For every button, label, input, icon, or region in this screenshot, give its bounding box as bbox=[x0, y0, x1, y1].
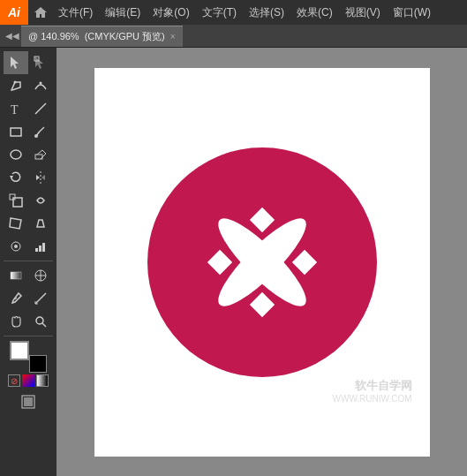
tab-collapse-button[interactable]: ◀◀ bbox=[4, 27, 21, 45]
menu-select[interactable]: 选择(S) bbox=[244, 0, 290, 25]
canvas: 软牛自学网 WWW.RUNIW.COM bbox=[94, 68, 430, 457]
type-tool[interactable]: T bbox=[4, 97, 28, 120]
svg-rect-21 bbox=[35, 248, 38, 252]
fill-swatch[interactable] bbox=[10, 341, 29, 360]
menu-file[interactable]: 文件(F) bbox=[53, 0, 98, 25]
watermark: 软牛自学网 WWW.RUNIW.COM bbox=[333, 378, 412, 404]
tab-close-button[interactable]: × bbox=[170, 32, 176, 42]
menu-bar: 文件(F) 编辑(E) 对象(O) 文字(T) 选择(S) 效果(C) 视图(V… bbox=[53, 0, 467, 25]
title-bar: Ai 文件(F) 编辑(E) 对象(O) 文字(T) 选择(S) 效果(C) 视… bbox=[0, 0, 467, 25]
svg-rect-35 bbox=[24, 397, 33, 406]
svg-line-6 bbox=[35, 103, 46, 114]
tab-mode: (CMYK/GPU 预览) bbox=[85, 30, 165, 43]
toolbar: T bbox=[0, 48, 56, 476]
pen-tool[interactable] bbox=[4, 74, 28, 97]
svg-rect-39 bbox=[249, 291, 274, 316]
change-screen-mode[interactable] bbox=[16, 390, 41, 413]
tab-bar: ◀◀ @ 140.96% (CMYK/GPU 预览) × bbox=[0, 25, 467, 48]
canvas-area[interactable]: 软牛自学网 WWW.RUNIW.COM bbox=[56, 48, 467, 476]
gradient-tool[interactable] bbox=[4, 264, 28, 287]
toolbar-separator bbox=[4, 261, 53, 261]
measure-tool[interactable] bbox=[28, 287, 53, 310]
line-tool[interactable] bbox=[28, 97, 53, 120]
svg-marker-13 bbox=[36, 175, 40, 180]
svg-marker-11 bbox=[10, 176, 13, 179]
mesh-tool[interactable] bbox=[28, 264, 53, 287]
eyedropper-tool[interactable] bbox=[4, 287, 28, 310]
home-icon[interactable] bbox=[28, 0, 53, 25]
menu-object[interactable]: 对象(O) bbox=[147, 0, 194, 25]
graphic-svg bbox=[174, 174, 350, 351]
svg-text:T: T bbox=[11, 103, 19, 116]
svg-point-3 bbox=[14, 81, 17, 84]
ellipse-tool[interactable] bbox=[4, 143, 28, 166]
rectangle-tool[interactable] bbox=[4, 120, 28, 143]
color-icon[interactable] bbox=[22, 374, 34, 387]
gradient-swatch-icon[interactable] bbox=[36, 374, 49, 387]
tab-zoom: @ 140.96% bbox=[28, 31, 79, 42]
symbol-tool[interactable] bbox=[4, 235, 28, 258]
menu-view[interactable]: 视图(V) bbox=[340, 0, 386, 25]
svg-rect-38 bbox=[249, 207, 274, 231]
app-logo: Ai bbox=[0, 0, 28, 25]
graph-tool[interactable] bbox=[28, 235, 53, 258]
svg-point-9 bbox=[11, 150, 21, 159]
menu-edit[interactable]: 编辑(E) bbox=[100, 0, 146, 25]
direct-select-tool[interactable] bbox=[28, 51, 53, 74]
zoom-tool[interactable] bbox=[28, 310, 53, 333]
svg-rect-24 bbox=[11, 272, 21, 279]
menu-text[interactable]: 文字(T) bbox=[197, 0, 242, 25]
watermark-line1: 软牛自学网 bbox=[333, 378, 412, 394]
hand-tool[interactable] bbox=[4, 310, 28, 333]
svg-rect-15 bbox=[10, 194, 15, 200]
svg-point-4 bbox=[40, 82, 42, 85]
svg-line-33 bbox=[42, 323, 46, 327]
svg-line-29 bbox=[35, 293, 46, 304]
rotate-tool[interactable] bbox=[4, 166, 28, 189]
svg-point-8 bbox=[34, 134, 38, 138]
svg-marker-0 bbox=[11, 57, 19, 69]
svg-point-20 bbox=[14, 245, 18, 248]
graphic-circle bbox=[147, 147, 377, 377]
svg-marker-17 bbox=[10, 218, 21, 229]
watermark-line2: WWW.RUNIW.COM bbox=[333, 394, 412, 404]
eraser-tool[interactable] bbox=[28, 143, 53, 166]
svg-rect-23 bbox=[42, 243, 45, 252]
main-area: T bbox=[0, 48, 467, 476]
warp-tool[interactable] bbox=[28, 189, 53, 212]
svg-marker-14 bbox=[41, 175, 45, 180]
menu-effect[interactable]: 效果(C) bbox=[291, 0, 338, 25]
stroke-swatch[interactable] bbox=[29, 355, 47, 373]
svg-marker-18 bbox=[37, 220, 44, 227]
svg-rect-41 bbox=[291, 249, 316, 274]
toolbar-separator-2 bbox=[4, 336, 53, 336]
svg-rect-22 bbox=[39, 246, 41, 252]
none-icon[interactable]: ⊘ bbox=[8, 374, 20, 387]
menu-window[interactable]: 窗口(W) bbox=[388, 0, 436, 25]
perspective-tool[interactable] bbox=[28, 212, 53, 235]
select-tool[interactable] bbox=[4, 51, 28, 74]
paintbrush-tool[interactable] bbox=[28, 120, 53, 143]
svg-rect-7 bbox=[11, 128, 21, 136]
free-transform-tool[interactable] bbox=[4, 212, 28, 235]
scale-tool[interactable] bbox=[4, 189, 28, 212]
svg-point-32 bbox=[36, 317, 43, 324]
mirror-tool[interactable] bbox=[28, 166, 53, 189]
svg-rect-40 bbox=[207, 249, 231, 274]
curvature-tool[interactable] bbox=[28, 74, 53, 97]
active-tab[interactable]: @ 140.96% (CMYK/GPU 预览) × bbox=[21, 26, 183, 47]
